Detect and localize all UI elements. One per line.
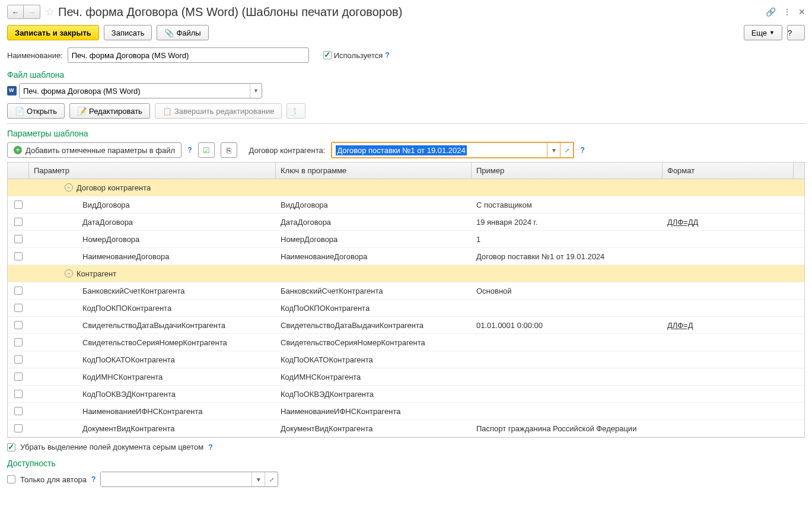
link-icon[interactable]: 🔗 [766,7,776,17]
param-name: НаименованиеДоговора [82,252,169,261]
row-checkbox[interactable] [14,304,23,312]
param-format[interactable]: ДЛФ=ДД [667,218,698,227]
row-checkbox[interactable] [14,218,23,226]
contract-dropdown-arrow[interactable]: ▼ [547,143,560,157]
contract-open-icon[interactable]: ⤢ [560,143,573,157]
col-check [8,163,29,179]
col-key[interactable]: Ключ в программе [276,163,472,179]
param-key: НомерДоговора [281,235,337,244]
word-icon [7,86,17,96]
row-checkbox[interactable] [14,424,23,432]
params-section-title: Параметры шаблона [7,129,805,138]
check-all-button[interactable]: ☑ [198,142,215,158]
row-checkbox[interactable] [14,373,23,381]
open-button[interactable]: 📄Открыть [7,103,65,119]
param-name: ДокументВидКонтрагента [82,424,175,433]
plus-icon: + [14,146,22,154]
table-row[interactable]: СвидетельствоСерияНомерКонтрагентаСвидет… [8,334,804,351]
param-name: НомерДоговора [82,235,139,244]
row-checkbox[interactable] [14,321,23,329]
param-example: 1 [476,235,480,244]
table-row[interactable]: НаименованиеИФНСКонтрагентаНаименованиеИ… [8,403,804,420]
table-row[interactable]: ДокументВидКонтрагентаДокументВидКонтраг… [8,420,804,437]
name-input[interactable] [68,47,309,63]
param-format[interactable]: ДЛФ=Д [667,321,693,330]
table-row[interactable]: КодИМНСКонтрагентаКодИМНСКонтрагента [8,368,804,386]
nav-back-button[interactable]: ← [7,5,24,19]
doc-icon: 📑 [287,107,297,116]
menu-dots-icon[interactable]: ⋮ [783,7,791,17]
row-checkbox[interactable] [14,235,23,243]
add-params-button[interactable]: + Добавить отмеченные параметры в файл [7,142,181,158]
param-key: БанковскийСчетКонтрагента [281,287,383,295]
row-checkbox[interactable] [14,287,23,295]
table-row[interactable]: ВидДоговораВидДоговораС поставщиком [8,196,804,214]
col-param[interactable]: Параметр [29,163,276,179]
param-key: ДокументВидКонтрагента [281,424,373,433]
help-icon[interactable]: ? [580,146,584,154]
collapse-icon[interactable]: − [65,269,73,278]
close-icon[interactable]: × [798,6,805,18]
help-icon[interactable]: ? [385,51,389,59]
edit-button[interactable]: 📝Редактировать [69,103,150,119]
param-name: НаименованиеИФНСКонтрагента [82,407,202,416]
author-only-checkbox[interactable] [7,475,15,483]
author-only-label: Только для автора [20,475,87,484]
contract-input[interactable]: Договор поставки №1 от 19.01.2024 [332,143,547,157]
more-button[interactable]: Еще ▼ [744,25,782,40]
save-close-button[interactable]: Записать и закрыть [7,25,99,40]
save-button[interactable]: Записать [104,25,152,40]
author-input[interactable] [101,472,251,486]
table-row[interactable]: ДатаДоговораДатаДоговора19 января 2024 г… [8,214,804,231]
table-row[interactable]: НомерДоговораНомерДоговора1 [8,231,804,248]
param-example: Основной [476,287,512,295]
table-row[interactable]: КодПоОКПОКонтрагентаКодПоОКПОКонтрагента [8,300,804,317]
edit-icon: 📝 [77,107,87,116]
help-icon[interactable]: ? [187,146,192,154]
param-example: 19 января 2024 г. [476,218,537,227]
template-dropdown-arrow[interactable]: ▼ [250,84,262,98]
param-key: КодПоОКВЭДКонтрагента [281,390,374,399]
template-file-section-title: Файл шаблона [7,70,805,79]
copy-button[interactable]: ⎘ [221,142,237,158]
col-format[interactable]: Формат [663,163,794,179]
row-checkbox[interactable] [14,407,23,415]
row-checkbox[interactable] [14,390,23,398]
collapse-icon[interactable]: − [65,183,73,192]
param-key: НаименованиеДоговора [281,252,367,261]
table-row[interactable]: −Договор контрагента [8,179,804,196]
param-key: КодПоОКПОКонтрагента [281,304,370,313]
param-key: СвидетельствоДатаВыдачиКонтрагента [281,321,423,330]
favorite-star-icon[interactable]: ☆ [45,5,55,18]
template-file-input[interactable] [20,84,250,98]
page-title: Печ. форма Договора (MS Word) (Шаблоны п… [58,5,766,19]
remove-gray-checkbox[interactable] [7,443,15,451]
help-button[interactable]: ? [787,25,805,40]
table-row[interactable]: КодПоОКВЭДКонтрагентаКодПоОКВЭДКонтраген… [8,386,804,403]
table-row[interactable]: КодПоОКАТОКонтрагентаКодПоОКАТОКонтраген… [8,351,804,368]
row-checkbox[interactable] [14,252,23,260]
param-name: БанковскийСчетКонтрагента [82,287,185,295]
row-checkbox[interactable] [14,201,23,209]
used-checkbox[interactable] [323,51,332,59]
author-open-icon[interactable]: ⤢ [265,472,278,486]
param-example: С поставщиком [476,201,532,209]
table-row[interactable]: СвидетельствоДатаВыдачиКонтрагентаСвидет… [8,317,804,334]
table-row[interactable]: НаименованиеДоговораНаименованиеДоговора… [8,248,804,265]
help-icon[interactable]: ? [91,475,95,483]
paperclip-icon: 📎 [164,28,174,37]
param-name: Контрагент [77,269,116,278]
row-checkbox[interactable] [14,338,23,346]
row-checkbox[interactable] [14,355,23,364]
files-button[interactable]: 📎Файлы [157,25,208,40]
finish-icon: 📋 [163,107,172,116]
author-dropdown-arrow[interactable]: ▼ [251,472,265,486]
col-example[interactable]: Пример [472,163,663,179]
help-icon[interactable]: ? [208,443,212,451]
table-row[interactable]: −Контрагент [8,265,804,282]
table-row[interactable]: БанковскийСчетКонтрагентаБанковскийСчетК… [8,282,804,300]
param-key: КодИМНСКонтрагента [281,373,361,381]
nav-forward-button[interactable]: → [24,5,40,19]
name-label: Наименование: [7,51,63,60]
param-example: 01.01.0001 0:00:00 [476,321,543,330]
